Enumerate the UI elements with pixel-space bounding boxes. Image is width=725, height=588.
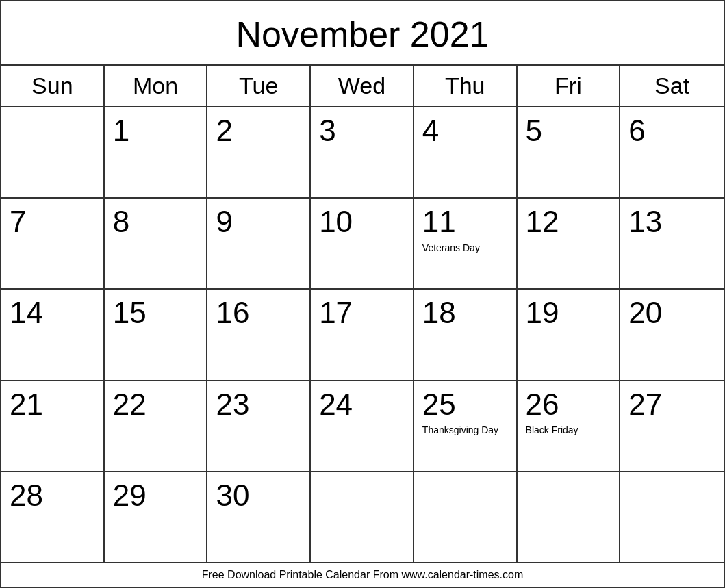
day-cell: 8 <box>105 199 208 288</box>
day-number: 10 <box>319 205 353 238</box>
day-cell <box>414 472 518 562</box>
day-cell: 22 <box>105 381 208 471</box>
week-row-3: 14151617181920 <box>1 290 724 381</box>
day-number: 25 <box>422 388 456 421</box>
day-cell: 21 <box>1 381 105 471</box>
weeks-container: 1234567891011Veterans Day121314151617181… <box>1 107 724 562</box>
day-number: 13 <box>628 205 662 238</box>
day-header-thu: Thu <box>414 66 518 106</box>
day-number: 28 <box>10 479 43 512</box>
day-number: 22 <box>113 388 147 421</box>
day-number: 8 <box>113 205 129 238</box>
week-row-4: 2122232425Thanksgiving Day26Black Friday… <box>1 381 724 472</box>
day-number: 9 <box>216 205 232 238</box>
day-cell: 29 <box>105 472 208 562</box>
day-cell: 13 <box>620 199 724 288</box>
day-number: 12 <box>526 205 559 238</box>
day-cell: 30 <box>207 472 311 562</box>
day-number: 30 <box>216 479 249 512</box>
day-cell: 26Black Friday <box>518 381 621 471</box>
day-number: 3 <box>319 114 335 147</box>
day-number: 20 <box>628 296 662 329</box>
calendar-footer: Free Download Printable Calendar From ww… <box>1 562 724 587</box>
day-cell: 20 <box>620 290 724 379</box>
day-cell: 11Veterans Day <box>414 199 518 288</box>
day-cell: 24 <box>311 381 414 471</box>
day-number: 6 <box>628 114 645 147</box>
day-header-sat: Sat <box>620 66 724 106</box>
day-number: 23 <box>216 388 249 421</box>
day-cell: 9 <box>207 199 311 288</box>
day-number: 15 <box>113 296 147 329</box>
week-row-5: 282930 <box>1 472 724 562</box>
day-headers-row: SunMonTueWedThuFriSat <box>1 66 724 107</box>
day-header-tue: Tue <box>207 66 311 106</box>
calendar-grid: SunMonTueWedThuFriSat 1234567891011Veter… <box>1 66 724 562</box>
day-number: 17 <box>319 296 353 329</box>
day-cell <box>311 472 414 562</box>
calendar-container: November 2021 SunMonTueWedThuFriSat 1234… <box>0 0 725 588</box>
day-cell: 1 <box>105 107 208 197</box>
day-cell: 23 <box>207 381 311 471</box>
day-number: 7 <box>10 205 26 238</box>
day-cell <box>1 107 105 197</box>
day-cell: 5 <box>518 107 621 197</box>
day-number: 2 <box>216 114 232 147</box>
day-number: 14 <box>10 296 43 329</box>
day-number: 5 <box>526 114 542 147</box>
day-cell: 17 <box>311 290 414 379</box>
day-number: 11 <box>422 205 456 238</box>
day-cell: 4 <box>414 107 518 197</box>
day-number: 21 <box>10 388 43 421</box>
calendar-title: November 2021 <box>1 1 724 66</box>
day-number: 27 <box>628 388 662 421</box>
day-header-sun: Sun <box>1 66 105 106</box>
day-number: 16 <box>216 296 249 329</box>
day-cell: 10 <box>311 199 414 288</box>
day-number: 26 <box>526 388 559 421</box>
day-header-mon: Mon <box>105 66 208 106</box>
day-header-wed: Wed <box>311 66 414 106</box>
day-cell: 25Thanksgiving Day <box>414 381 518 471</box>
day-cell: 3 <box>311 107 414 197</box>
day-number: 18 <box>422 296 456 329</box>
week-row-1: 123456 <box>1 107 724 199</box>
holiday-label: Thanksgiving Day <box>422 424 498 436</box>
day-cell: 14 <box>1 290 105 379</box>
day-cell: 12 <box>518 199 621 288</box>
day-cell: 15 <box>105 290 208 379</box>
day-cell: 19 <box>518 290 621 379</box>
day-number: 29 <box>113 479 147 512</box>
day-cell: 2 <box>207 107 311 197</box>
day-number: 19 <box>526 296 559 329</box>
day-header-fri: Fri <box>518 66 621 106</box>
day-cell <box>620 472 724 562</box>
day-cell: 7 <box>1 199 105 288</box>
week-row-2: 7891011Veterans Day1213 <box>1 199 724 290</box>
day-cell: 28 <box>1 472 105 562</box>
holiday-label: Veterans Day <box>422 242 480 254</box>
day-cell: 16 <box>207 290 311 379</box>
day-number: 24 <box>319 388 353 421</box>
day-cell: 6 <box>620 107 724 197</box>
day-cell: 18 <box>414 290 518 379</box>
day-cell <box>518 472 621 562</box>
day-cell: 27 <box>620 381 724 471</box>
day-number: 4 <box>422 114 439 147</box>
day-number: 1 <box>113 114 129 147</box>
holiday-label: Black Friday <box>526 424 578 436</box>
